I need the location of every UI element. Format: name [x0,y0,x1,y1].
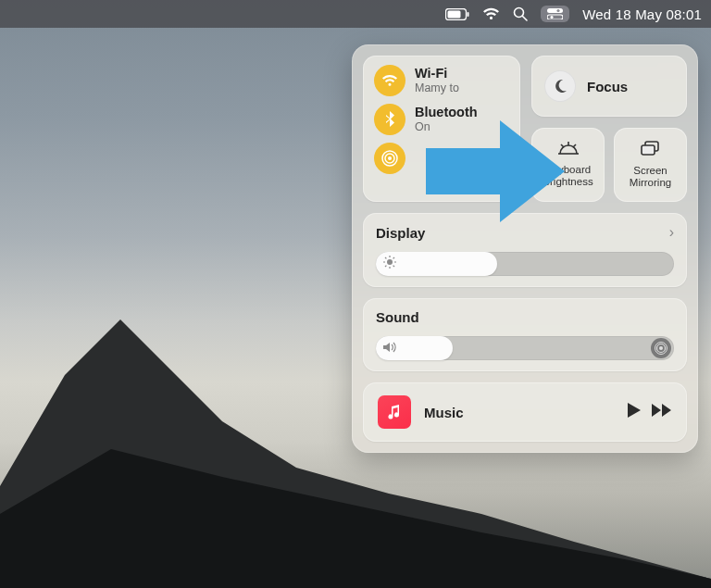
svg-rect-6 [547,15,563,19]
sound-label: Sound [376,309,419,325]
fast-forward-icon[interactable] [652,404,672,420]
music-app-icon [378,395,411,429]
svg-line-23 [385,257,386,258]
control-center-panel: Wi-Fi Mamy to Bluetooth On [352,44,698,453]
svg-rect-5 [547,8,563,13]
menubar-datetime[interactable]: Wed 18 May 08:01 [582,6,702,22]
svg-line-25 [385,266,386,267]
svg-point-8 [551,16,554,19]
svg-rect-17 [642,145,655,155]
svg-rect-1 [448,10,461,18]
keyboard-brightness-label: Keyboard Brightness [537,164,599,187]
battery-icon[interactable] [445,8,469,20]
wifi-circle-icon [374,65,405,96]
wifi-icon[interactable] [482,7,500,20]
spotlight-search-icon[interactable] [513,6,528,21]
wifi-subtitle: Mamy to [415,81,459,94]
svg-line-4 [523,17,528,21]
screen-mirroring-icon [641,141,661,161]
music-label: Music [424,405,615,420]
svg-point-7 [557,9,560,12]
music-module[interactable]: Music [363,382,687,442]
display-module: Display › [363,213,687,287]
bluetooth-subtitle: On [415,120,478,133]
airdrop-circle-icon [374,143,405,174]
keyboard-brightness-icon [556,142,580,160]
svg-point-9 [388,156,392,160]
play-icon[interactable] [628,403,641,421]
wifi-title: Wi-Fi [415,66,459,81]
screen-mirroring-button[interactable]: Screen Mirroring [614,128,687,202]
airplay-audio-button[interactable] [651,338,671,358]
sound-module: Sound [363,298,687,371]
control-center-menubar-icon[interactable] [541,6,569,22]
svg-line-26 [393,257,394,258]
focus-label: Focus [587,79,628,94]
bluetooth-circle-icon [374,104,405,135]
svg-point-18 [387,259,393,265]
svg-rect-2 [468,12,469,17]
airdrop-toggle[interactable] [374,143,509,174]
bluetooth-title: Bluetooth [415,105,478,120]
svg-point-27 [659,346,663,350]
sun-icon [383,256,396,272]
wifi-toggle[interactable]: Wi-Fi Mamy to [374,65,509,96]
screen-mirroring-label: Screen Mirroring [619,165,681,188]
menubar: Wed 18 May 08:01 [0,0,711,28]
chevron-right-icon[interactable]: › [669,224,674,241]
keyboard-brightness-button[interactable]: Keyboard Brightness [531,128,605,202]
focus-module[interactable]: Focus [531,56,687,117]
bluetooth-toggle[interactable]: Bluetooth On [374,104,509,135]
display-brightness-slider[interactable] [376,252,674,276]
moon-icon [544,70,576,102]
sound-volume-slider[interactable] [376,336,674,360]
display-label: Display [376,225,425,241]
speaker-icon [383,340,398,357]
svg-line-24 [393,266,394,267]
connectivity-module: Wi-Fi Mamy to Bluetooth On [363,56,520,202]
